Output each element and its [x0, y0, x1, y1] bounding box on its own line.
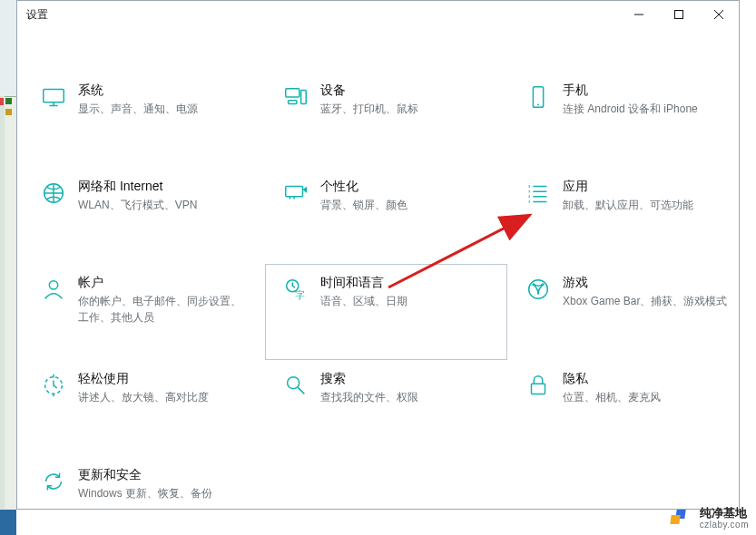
devices-icon	[275, 82, 317, 111]
window-title: 设置	[26, 7, 48, 23]
svg-point-9	[49, 281, 57, 289]
svg-rect-3	[301, 91, 307, 104]
tile-title: 网络和 Internet	[78, 178, 197, 194]
window-controls	[619, 1, 739, 28]
tile-title: 搜索	[320, 370, 418, 386]
desktop-strip	[0, 0, 16, 535]
svg-point-14	[288, 377, 299, 389]
svg-point-12	[529, 280, 548, 299]
svg-rect-2	[286, 89, 299, 97]
settings-tile-devices[interactable]: 设备蓝牙、打印机、鼠标	[265, 72, 507, 168]
tile-title: 游戏	[563, 274, 727, 290]
settings-tile-gaming[interactable]: 游戏Xbox Game Bar、捕获、游戏模式	[507, 264, 746, 360]
ease-icon	[33, 370, 74, 399]
monitor-icon	[33, 82, 74, 111]
person-icon	[33, 274, 74, 303]
settings-content: 系统显示、声音、通知、电源设备蓝牙、打印机、鼠标手机连接 Android 设备和…	[17, 28, 739, 511]
tile-subtitle: Windows 更新、恢复、备份	[78, 485, 212, 501]
tile-subtitle: 语音、区域、日期	[320, 293, 407, 309]
settings-tile-personal[interactable]: 个性化背景、锁屏、颜色	[265, 168, 507, 264]
settings-tile-accounts[interactable]: 帐户你的帐户、电子邮件、同步设置、工作、其他人员	[23, 264, 265, 360]
tile-title: 系统	[78, 82, 198, 98]
minimize-icon	[634, 10, 643, 19]
svg-rect-15	[532, 384, 545, 394]
search-icon	[275, 370, 317, 399]
tile-title: 手机	[563, 82, 698, 98]
svg-rect-4	[289, 101, 297, 104]
maximize-icon	[674, 10, 683, 19]
sync-icon	[33, 466, 74, 495]
tile-title: 帐户	[78, 274, 251, 290]
tile-title: 个性化	[320, 178, 407, 194]
tile-subtitle: 蓝牙、打印机、鼠标	[320, 101, 418, 117]
taskbar-sliver	[0, 510, 16, 535]
tile-subtitle: 查找我的文件、权限	[320, 389, 418, 405]
settings-tile-time[interactable]: 字时间和语言语音、区域、日期	[265, 264, 507, 360]
tile-title: 时间和语言	[320, 274, 407, 290]
tile-subtitle: 连接 Android 设备和 iPhone	[563, 101, 698, 117]
titlebar: 设置	[17, 1, 739, 28]
svg-point-6	[537, 104, 539, 106]
watermark-logo	[671, 508, 694, 528]
settings-tile-apps[interactable]: 应用卸载、默认应用、可选功能	[507, 168, 746, 264]
tile-subtitle: Xbox Game Bar、捕获、游戏模式	[563, 293, 727, 309]
settings-tile-privacy[interactable]: 隐私位置、相机、麦克风	[507, 360, 746, 456]
watermark-line2: czlaby.com	[700, 520, 749, 530]
settings-tile-update[interactable]: 更新和安全Windows 更新、恢复、备份	[23, 456, 265, 535]
close-icon	[714, 10, 723, 19]
watermark: 纯净基地 czlaby.com	[671, 507, 749, 530]
tile-title: 应用	[563, 178, 693, 194]
tile-subtitle: 讲述人、放大镜、高对比度	[78, 389, 209, 405]
phone-icon	[517, 82, 559, 111]
tile-title: 设备	[320, 82, 418, 98]
time-lang-icon: 字	[275, 274, 317, 303]
tile-title: 更新和安全	[78, 466, 212, 482]
maximize-button[interactable]	[659, 1, 699, 28]
svg-rect-0	[675, 11, 683, 19]
tile-subtitle: WLAN、飞行模式、VPN	[78, 197, 197, 213]
tile-subtitle: 你的帐户、电子邮件、同步设置、工作、其他人员	[78, 293, 251, 326]
svg-rect-1	[44, 90, 64, 102]
brush-icon	[275, 178, 317, 207]
lock-icon	[517, 370, 559, 399]
tile-subtitle: 位置、相机、麦克风	[563, 389, 661, 405]
settings-tile-ease[interactable]: 轻松使用讲述人、放大镜、高对比度	[23, 360, 265, 456]
tile-title: 轻松使用	[78, 370, 209, 386]
minimize-button[interactable]	[619, 1, 659, 28]
globe-icon	[33, 178, 74, 207]
tile-title: 隐私	[563, 370, 661, 386]
xbox-icon	[517, 274, 559, 303]
settings-tile-search[interactable]: 搜索查找我的文件、权限	[265, 360, 507, 456]
tile-subtitle: 显示、声音、通知、电源	[78, 101, 198, 117]
settings-window: 设置 系统显示、声音、通知、电源设备蓝牙、打印机、鼠标手机连接 Android …	[16, 0, 740, 510]
close-button[interactable]	[699, 1, 739, 28]
svg-text:字: 字	[295, 289, 305, 300]
tile-subtitle: 背景、锁屏、颜色	[320, 197, 407, 213]
watermark-line1: 纯净基地	[700, 507, 749, 520]
list-icon	[517, 178, 559, 207]
settings-tile-network[interactable]: 网络和 InternetWLAN、飞行模式、VPN	[23, 168, 265, 264]
tile-subtitle: 卸载、默认应用、可选功能	[563, 197, 693, 213]
settings-tile-system[interactable]: 系统显示、声音、通知、电源	[23, 72, 265, 168]
svg-rect-8	[286, 187, 303, 197]
settings-tile-phone[interactable]: 手机连接 Android 设备和 iPhone	[507, 72, 746, 168]
